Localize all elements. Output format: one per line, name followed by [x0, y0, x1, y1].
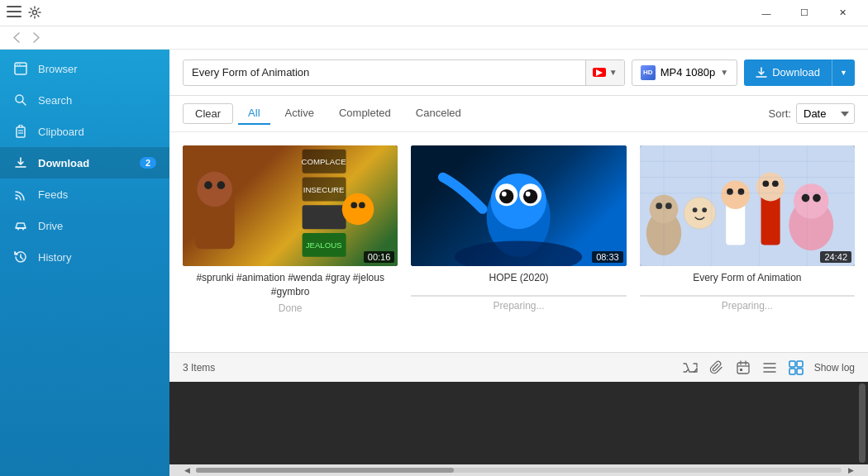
scroll-track[interactable]	[196, 468, 842, 473]
svg-point-46	[656, 202, 662, 209]
download-dropdown-arrow[interactable]: ▼	[832, 60, 855, 86]
svg-rect-75	[740, 369, 742, 371]
card-status-3: Preparing...	[640, 300, 855, 312]
settings-icon[interactable]	[28, 6, 43, 21]
tab-completed[interactable]: Completed	[329, 102, 401, 125]
list-view-icon[interactable]	[761, 359, 778, 376]
minimize-button[interactable]: —	[747, 0, 785, 26]
sidebar-item-clipboard[interactable]: Clipboard	[0, 116, 169, 147]
format-selector[interactable]: HD MP4 1080p ▼	[632, 60, 737, 86]
status-bar: 3 Items	[169, 352, 868, 382]
svg-point-62	[801, 194, 809, 202]
duration-3: 24:42	[820, 251, 851, 263]
source-selector[interactable]: ▼	[585, 60, 624, 85]
svg-point-17	[17, 229, 19, 231]
svg-point-61	[794, 183, 828, 218]
sidebar-label-history: History	[38, 251, 71, 264]
svg-point-3	[33, 10, 37, 14]
svg-point-41	[502, 192, 507, 197]
svg-point-57	[756, 173, 785, 202]
svg-rect-10	[17, 127, 25, 137]
download-label: Download	[772, 66, 820, 79]
scroll-left-button[interactable]: ◀	[181, 464, 193, 476]
svg-point-14	[16, 198, 18, 200]
svg-rect-71	[737, 363, 749, 374]
clipboard-icon	[13, 124, 28, 139]
tab-canceled[interactable]: Canceled	[406, 102, 471, 125]
card-title-3: Every Form of Animation	[640, 271, 855, 285]
card-status-1: Done	[183, 302, 398, 314]
sidebar-item-download[interactable]: Download 2	[0, 147, 169, 178]
svg-point-32	[342, 193, 374, 226]
url-input-wrap: ▼	[183, 60, 625, 86]
svg-point-58	[762, 180, 769, 187]
sidebar-item-browser[interactable]: Browser	[0, 53, 169, 84]
svg-text:COMPLACE: COMPLACE	[302, 157, 346, 166]
svg-point-33	[351, 202, 357, 208]
terminal-scrollbar[interactable]	[856, 382, 868, 464]
card-title-2: HOPE (2020)	[411, 271, 626, 285]
forward-button[interactable]	[26, 28, 46, 48]
sidebar-label-clipboard: Clipboard	[38, 126, 84, 138]
back-button[interactable]	[7, 28, 26, 48]
download-area: COMPLACE INSECURE JEALOUS	[169, 132, 868, 352]
youtube-icon	[593, 68, 606, 77]
filter-bar: Clear All Active Completed Canceled Sort…	[169, 96, 868, 132]
title-bar-left	[7, 6, 43, 21]
window-controls: — ☐ ✕	[747, 0, 861, 26]
svg-text:JEALOUS: JEALOUS	[306, 240, 342, 250]
card-status-2: Preparing...	[411, 300, 626, 312]
download-button[interactable]: Download ▼	[744, 60, 855, 86]
svg-point-42	[526, 192, 531, 197]
svg-point-34	[359, 202, 365, 208]
thumbnail-2[interactable]: 08:33	[411, 145, 626, 266]
svg-point-23	[204, 181, 212, 189]
sidebar-item-search[interactable]: Search	[0, 84, 169, 116]
schedule-icon[interactable]	[735, 359, 751, 376]
svg-point-6	[17, 64, 18, 65]
svg-point-51	[702, 207, 707, 212]
tab-all[interactable]: All	[238, 102, 269, 125]
svg-rect-4	[15, 63, 26, 74]
show-log-button[interactable]: Show log	[814, 362, 855, 374]
svg-rect-0	[7, 6, 21, 7]
history-icon	[13, 250, 28, 264]
tab-active[interactable]: Active	[275, 102, 324, 125]
sidebar-item-drive[interactable]: Drive	[0, 210, 169, 241]
svg-point-43	[455, 241, 582, 267]
svg-rect-81	[789, 369, 795, 374]
svg-point-50	[692, 207, 697, 212]
svg-rect-80	[797, 361, 803, 367]
maximize-button[interactable]: ☐	[785, 0, 823, 26]
sidebar-label-browser: Browser	[38, 63, 78, 75]
sort-select[interactable]: Date Name Size Status	[796, 103, 855, 124]
url-input[interactable]	[184, 66, 585, 79]
download-btn-main: Download	[744, 60, 832, 86]
hamburger-icon[interactable]	[7, 6, 21, 21]
svg-point-54	[727, 188, 733, 195]
clear-button[interactable]: Clear	[183, 103, 233, 124]
download-card: COMPLACE INSECURE JEALOUS	[183, 145, 398, 314]
sidebar: Browser Search	[0, 50, 169, 476]
sidebar-item-history[interactable]: History	[0, 241, 169, 273]
svg-line-19	[21, 257, 23, 259]
svg-point-22	[197, 172, 231, 207]
sort-wrap: Sort: Date Name Size Status	[769, 103, 855, 124]
attachment-icon[interactable]	[708, 359, 725, 376]
sidebar-item-feeds[interactable]: Feeds	[0, 178, 169, 210]
svg-line-9	[22, 102, 26, 105]
download-card: 08:33 HOPE (2020) Preparing...	[411, 145, 626, 314]
shuffle-icon[interactable]	[682, 359, 699, 376]
grid-view-icon[interactable]	[788, 359, 804, 376]
svg-point-59	[772, 180, 779, 187]
sidebar-nav: Browser Search	[0, 50, 169, 476]
thumbnail-1[interactable]: COMPLACE INSECURE JEALOUS	[183, 145, 398, 266]
download-grid: COMPLACE INSECURE JEALOUS	[183, 145, 855, 314]
duration-2: 08:33	[592, 251, 623, 263]
feeds-icon	[13, 187, 28, 202]
scroll-right-button[interactable]: ▶	[845, 464, 856, 476]
format-chevron: ▼	[720, 68, 728, 77]
thumbnail-3[interactable]: 24:42	[640, 145, 855, 266]
download-icon	[13, 155, 28, 170]
close-button[interactable]: ✕	[823, 0, 861, 26]
